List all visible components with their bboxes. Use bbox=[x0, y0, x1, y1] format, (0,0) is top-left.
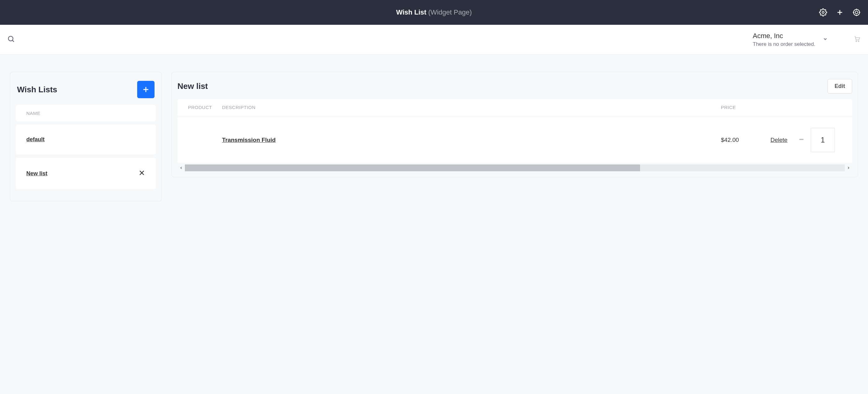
table-row: Transmission Fluid $42.00 Delete 1 bbox=[178, 117, 852, 162]
column-spacer bbox=[811, 105, 842, 110]
cart-icon[interactable] bbox=[854, 36, 861, 44]
svg-point-0 bbox=[822, 11, 824, 13]
horizontal-scrollbar bbox=[178, 164, 852, 171]
delete-link[interactable]: Delete bbox=[771, 137, 787, 143]
product-actions: Delete bbox=[771, 137, 798, 144]
product-name-link[interactable]: Transmission Fluid bbox=[222, 137, 276, 143]
main-content: Wish Lists NAME default New list bbox=[0, 55, 868, 219]
page-title-main: Wish List bbox=[396, 8, 426, 16]
scroll-right-icon[interactable] bbox=[845, 166, 852, 170]
account-selector[interactable]: Acme, Inc There is no order selected. bbox=[753, 32, 828, 48]
plus-icon[interactable] bbox=[836, 8, 844, 17]
page-title-sub: (Widget Page) bbox=[428, 8, 472, 16]
sub-bar-right: Acme, Inc There is no order selected. bbox=[753, 32, 861, 48]
column-spacer bbox=[798, 105, 811, 110]
qty-cell: 1 bbox=[811, 128, 842, 152]
sub-bar: Acme, Inc There is no order selected. bbox=[0, 25, 868, 55]
minus-icon[interactable] bbox=[798, 136, 811, 144]
products-table: PRODUCT DESCRIPTION PRICE Transmission F… bbox=[178, 99, 852, 171]
list-item: New list bbox=[16, 158, 156, 189]
page-title: Wish List (Widget Page) bbox=[396, 8, 472, 17]
column-description: DESCRIPTION bbox=[222, 105, 721, 110]
quantity-input[interactable]: 1 bbox=[811, 128, 835, 152]
svg-point-3 bbox=[854, 9, 860, 16]
svg-point-9 bbox=[8, 36, 13, 41]
scroll-thumb[interactable] bbox=[185, 164, 640, 171]
wish-lists-column-header: NAME bbox=[16, 105, 156, 121]
column-price: PRICE bbox=[721, 105, 771, 110]
product-price: $42.00 bbox=[721, 137, 739, 143]
edit-button[interactable]: Edit bbox=[828, 79, 852, 94]
wish-lists-panel: Wish Lists NAME default New list bbox=[10, 72, 162, 201]
top-bar: Wish List (Widget Page) bbox=[0, 0, 868, 25]
target-icon[interactable] bbox=[852, 8, 861, 17]
account-name: Acme, Inc bbox=[753, 32, 815, 40]
sub-bar-left bbox=[7, 35, 753, 44]
scroll-track[interactable] bbox=[185, 164, 845, 171]
list-item-link-default[interactable]: default bbox=[26, 136, 44, 143]
close-icon[interactable] bbox=[138, 170, 145, 178]
svg-point-11 bbox=[856, 40, 857, 41]
column-name: NAME bbox=[26, 111, 40, 116]
list-item: default bbox=[16, 124, 156, 155]
account-text: Acme, Inc There is no order selected. bbox=[753, 32, 815, 48]
search-icon[interactable] bbox=[7, 35, 15, 44]
chevron-down-icon bbox=[823, 36, 828, 43]
product-desc: Transmission Fluid bbox=[222, 137, 721, 144]
wish-lists-header: Wish Lists bbox=[16, 81, 156, 98]
svg-line-10 bbox=[12, 40, 14, 42]
detail-title: New list bbox=[178, 82, 208, 91]
add-list-button[interactable] bbox=[137, 81, 155, 98]
top-bar-actions bbox=[819, 8, 861, 17]
gear-icon[interactable] bbox=[819, 8, 827, 17]
svg-point-12 bbox=[858, 40, 859, 41]
list-item-link-new-list[interactable]: New list bbox=[26, 170, 48, 177]
svg-point-4 bbox=[855, 11, 858, 14]
account-sub: There is no order selected. bbox=[753, 41, 815, 48]
product-price-cell: $42.00 bbox=[721, 137, 771, 144]
table-header: PRODUCT DESCRIPTION PRICE bbox=[178, 99, 852, 116]
detail-header: New list Edit bbox=[178, 78, 852, 99]
column-product: PRODUCT bbox=[188, 105, 222, 110]
column-spacer bbox=[771, 105, 798, 110]
detail-panel: New list Edit PRODUCT DESCRIPTION PRICE … bbox=[172, 72, 858, 177]
wish-lists-title: Wish Lists bbox=[17, 85, 57, 94]
scroll-left-icon[interactable] bbox=[178, 166, 185, 170]
